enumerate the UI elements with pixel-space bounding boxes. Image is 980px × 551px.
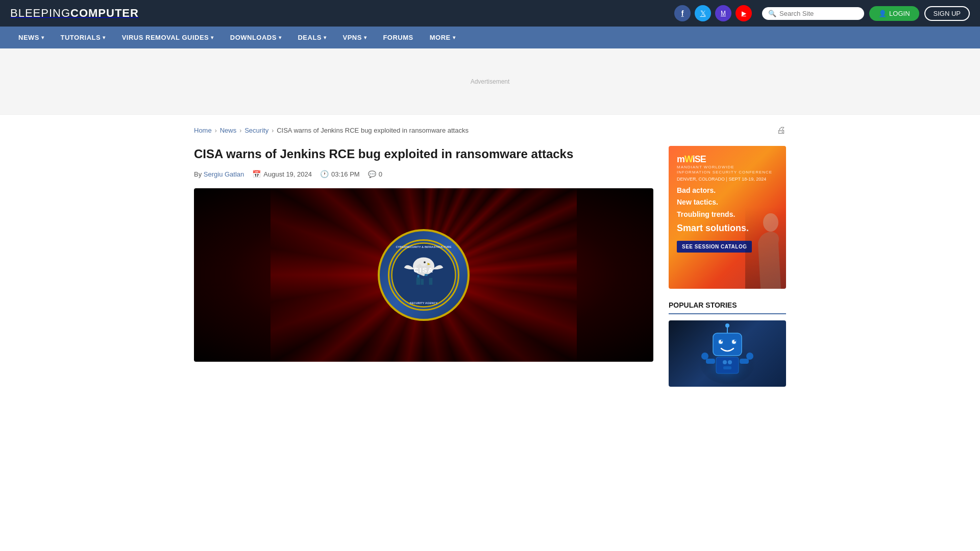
signup-label: SIGN UP	[934, 10, 961, 17]
search-input[interactable]	[779, 10, 858, 17]
nav-downloads-chevron: ▾	[279, 35, 282, 40]
svg-point-15	[763, 213, 778, 232]
nav-forums-label: FORUMS	[383, 34, 413, 41]
site-header: BLEEPINGCOMPUTER f 𝕏 M ▶ 🔍 👤 LOGIN SIGN …	[0, 0, 980, 27]
nav-item-virus[interactable]: VIRUS REMOVAL GUIDES ▾	[114, 27, 222, 48]
breadcrumb-home[interactable]: Home	[194, 127, 212, 134]
clock-icon: 🕐	[320, 170, 329, 178]
svg-rect-26	[716, 357, 739, 373]
svg-rect-17	[713, 333, 742, 356]
breadcrumb-security[interactable]: Security	[244, 127, 268, 134]
login-user-icon: 👤	[878, 10, 887, 17]
nav-item-deals[interactable]: DEALS ▾	[289, 27, 334, 48]
login-button[interactable]: 👤 LOGIN	[869, 6, 919, 21]
nav-downloads-label: DOWNLOADS	[230, 34, 277, 41]
main-wrapper: Home › News › Security › CISA warns of J…	[184, 115, 796, 387]
svg-rect-11	[429, 278, 433, 285]
article-by: By Sergiu Gatlan	[194, 170, 244, 178]
nav-item-vpns[interactable]: VPNS ▾	[335, 27, 375, 48]
nav-tutorials-label: TUTORIALS	[61, 34, 101, 41]
mastodon-icon[interactable]: M	[715, 5, 731, 21]
nav-more-label: MORE	[430, 34, 451, 41]
nav-item-forums[interactable]: FORUMS	[375, 27, 421, 48]
svg-rect-28	[740, 359, 749, 364]
nav-news-label: NEWS	[18, 34, 39, 41]
signup-button[interactable]: SIGN UP	[924, 6, 970, 21]
nav-item-more[interactable]: MORE ▾	[422, 27, 464, 48]
article-date: August 19, 2024	[263, 170, 312, 178]
nav-vpns-chevron: ▾	[364, 35, 367, 40]
article-author[interactable]: Sergiu Gatlan	[204, 170, 244, 178]
article-main: CISA warns of Jenkins RCE bug exploited …	[194, 146, 653, 387]
article-hero-image: CISA CYBERSECURITY & INFRASTRUCTURE SECU…	[194, 188, 653, 362]
nav-deals-chevron: ▾	[324, 35, 327, 40]
cisa-inner: CISA CYBERSECURITY & INFRASTRUCTURE SECU…	[388, 239, 459, 311]
nav-news-chevron: ▾	[41, 35, 44, 40]
print-icon[interactable]: 🖨	[777, 125, 786, 136]
svg-point-23	[734, 340, 736, 342]
article-time: 03:16 PM	[331, 170, 360, 178]
ad-logo-highlight: W	[684, 154, 693, 164]
svg-text:CISA: CISA	[413, 266, 434, 274]
login-label: LOGIN	[889, 10, 910, 17]
breadcrumb-current: CISA warns of Jenkins RCE bug exploited …	[277, 127, 469, 134]
breadcrumb: Home › News › Security › CISA warns of J…	[194, 125, 786, 136]
ad-sub-title: INFORMATION SECURITY CONFERENCE	[677, 170, 778, 175]
robot-illustration-svg	[697, 320, 758, 387]
nav-item-news[interactable]: NEWS ▾	[10, 27, 53, 48]
svg-point-30	[746, 353, 753, 360]
ad-person-image	[745, 207, 786, 289]
nav-virus-label: VIRUS REMOVAL GUIDES	[122, 34, 209, 41]
popular-stories-title: POPULAR STORIES	[669, 301, 786, 314]
person-silhouette-svg	[745, 207, 786, 289]
nav-item-downloads[interactable]: DOWNLOADS ▾	[222, 27, 290, 48]
facebook-icon[interactable]: f	[674, 5, 691, 21]
cisa-badge-svg: CISA CYBERSECURITY & INFRASTRUCTURE SECU…	[388, 241, 459, 309]
svg-point-29	[701, 353, 708, 360]
article-sidebar: mWiSE MANDIANT WORLDWIDE INFORMATION SEC…	[669, 146, 786, 387]
article-title: CISA warns of Jenkins RCE bug exploited …	[194, 146, 653, 162]
svg-rect-7	[418, 275, 420, 278]
main-nav: NEWS ▾ TUTORIALS ▾ VIRUS REMOVAL GUIDES …	[0, 27, 980, 48]
cisa-logo: CISA CYBERSECURITY & INFRASTRUCTURE SECU…	[378, 229, 470, 321]
svg-rect-8	[421, 279, 424, 285]
article-meta: By Sergiu Gatlan 📅 August 19, 2024 🕐 03:…	[194, 170, 653, 178]
breadcrumb-news[interactable]: News	[220, 127, 237, 134]
article-time-item: 🕐 03:16 PM	[320, 170, 360, 178]
nav-more-chevron: ▾	[453, 35, 456, 40]
twitter-icon[interactable]: 𝕏	[695, 5, 711, 21]
breadcrumb-sep-3: ›	[272, 127, 274, 134]
svg-point-20	[721, 340, 723, 342]
ad-header: mWiSE MANDIANT WORLDWIDE INFORMATION SEC…	[677, 154, 778, 182]
ad-location: DENVER, COLORADO | SEPT 18-19, 2024	[677, 177, 778, 182]
popular-stories-section: POPULAR STORIES	[669, 301, 786, 387]
svg-text:CYBERSECURITY & INFRASTRUCTURE: CYBERSECURITY & INFRASTRUCTURE	[396, 246, 451, 249]
nav-deals-label: DEALS	[298, 34, 322, 41]
site-logo[interactable]: BLEEPINGCOMPUTER	[10, 7, 139, 20]
nav-vpns-label: VPNS	[343, 34, 362, 41]
nav-item-tutorials[interactable]: TUTORIALS ▾	[53, 27, 114, 48]
svg-point-31	[723, 360, 727, 364]
svg-point-32	[728, 360, 732, 364]
youtube-icon[interactable]: ▶	[736, 5, 752, 21]
logo-bold: COMPUTER	[70, 7, 139, 19]
nav-virus-chevron: ▾	[211, 35, 214, 40]
search-bar[interactable]: 🔍	[762, 7, 864, 20]
svg-point-25	[725, 323, 729, 328]
cisa-circle: CISA CYBERSECURITY & INFRASTRUCTURE SECU…	[378, 229, 470, 321]
ad-placeholder-text: Advertisement	[471, 78, 510, 85]
ad-cta-button[interactable]: SEE SESSION CATALOG	[677, 241, 752, 253]
svg-rect-10	[425, 274, 428, 276]
social-icons: f 𝕏 M ▶	[674, 5, 752, 21]
ad-line1: Bad actors.	[677, 186, 778, 196]
popular-story-image-1[interactable]	[669, 320, 786, 387]
article-layout: CISA warns of Jenkins RCE bug exploited …	[194, 146, 786, 387]
svg-rect-9	[424, 276, 429, 285]
article-date-item: 📅 August 19, 2024	[252, 170, 312, 178]
ad-logo: mWiSE	[677, 154, 706, 165]
search-icon: 🔍	[768, 10, 776, 17]
svg-rect-33	[723, 366, 731, 369]
nav-tutorials-chevron: ▾	[103, 35, 106, 40]
sidebar-advertisement[interactable]: mWiSE MANDIANT WORLDWIDE INFORMATION SEC…	[669, 146, 786, 289]
ad-line2: New tactics.	[677, 197, 778, 208]
